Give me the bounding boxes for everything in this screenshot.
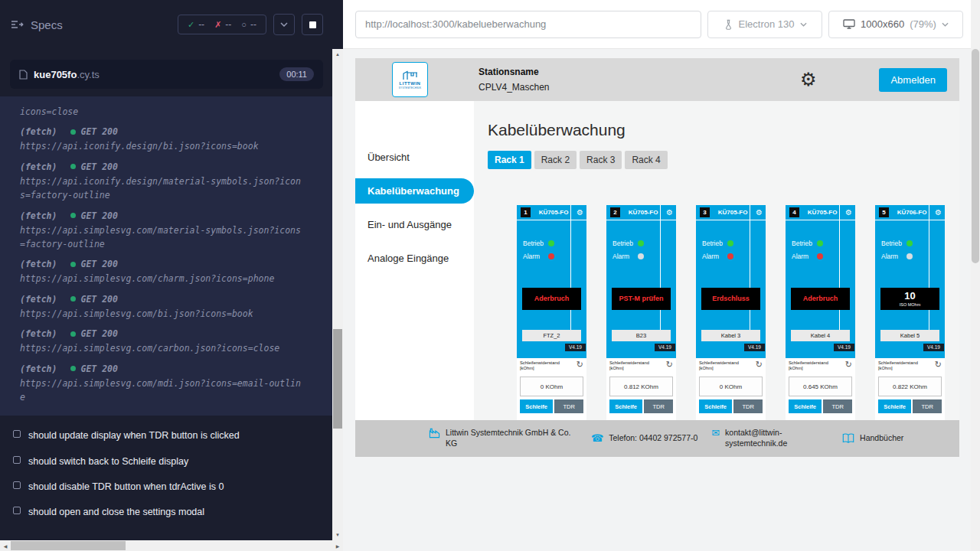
phone-icon: ☎ <box>591 433 603 443</box>
response-ok-dot <box>70 213 76 218</box>
log-entry[interactable]: icons=close <box>0 101 332 122</box>
device-settings-icon[interactable]: ⚙ <box>845 209 852 217</box>
device-number: 2 <box>610 207 620 217</box>
tdr-button[interactable]: TDR <box>823 399 852 413</box>
test-item[interactable]: should switch back to Schleife display <box>13 455 320 468</box>
page-scrollbar[interactable] <box>971 0 980 551</box>
tdr-button[interactable]: TDR <box>554 399 583 413</box>
log-entry[interactable]: (fetch)GET 200https://api.simplesvg.com/… <box>0 290 332 324</box>
logo-subtext: SYSTEMTECHNIK <box>399 86 421 90</box>
rack-tab[interactable]: Rack 4 <box>625 151 667 169</box>
status-text: PST-M prüfen <box>619 295 664 303</box>
device-settings-icon[interactable]: ⚙ <box>666 209 673 217</box>
tdr-button[interactable]: TDR <box>733 399 763 413</box>
footer-manuals[interactable]: Handbücher <box>842 433 903 444</box>
cable-name: Kabel 4 <box>791 330 850 341</box>
refresh-icon[interactable]: ↻ <box>845 360 852 369</box>
alarm-row: Alarm <box>702 249 766 262</box>
reporter-horizontal-scrollbar[interactable]: ◀ ▶ <box>0 540 343 551</box>
card-divider <box>929 205 929 330</box>
scroll-down-arrow[interactable]: ▼ <box>332 530 343 540</box>
run-stats: ✓-- ✗-- ○-- <box>178 15 266 34</box>
log-entry[interactable]: (fetch)GET 200https://api.simplesvg.com/… <box>0 324 332 359</box>
measurement-header: Schleifenwiderstand [kOhm] ↻ <box>878 360 942 370</box>
refresh-icon[interactable]: ↻ <box>935 360 942 369</box>
cypress-reporter-panel: Specs ✓-- ✗-- ○-- kue705fo.cy.ts 00:11 i… <box>0 0 343 551</box>
resistance-value: 0.822 KOhm <box>878 377 942 396</box>
tdr-button[interactable]: TDR <box>913 399 942 413</box>
device-settings-icon[interactable]: ⚙ <box>756 209 763 217</box>
card-header: 4 KÜ705-FO ⚙ <box>786 205 855 220</box>
refresh-icon[interactable]: ↻ <box>666 360 673 369</box>
page-scroll-thumb[interactable] <box>972 49 979 263</box>
sidebar-item[interactable]: Kabelüberwachung <box>355 178 474 204</box>
station-info: Stationsname CPLV4_Maschen <box>479 67 550 93</box>
test-item[interactable]: should disable TDR button when tdrActive… <box>13 481 320 493</box>
vertical-scroll-thumb[interactable] <box>333 329 342 429</box>
viewport-selector[interactable]: 1000x660 (79%) <box>828 11 963 38</box>
log-entry[interactable]: (fetch)GET 200https://api.iconify.design… <box>0 122 332 157</box>
schleife-button[interactable]: Schleife <box>789 399 822 413</box>
test-item[interactable]: should open and close the settings modal <box>13 506 320 518</box>
log-entry[interactable]: (fetch)GET 200https://api.simplesvg.com/… <box>0 255 332 289</box>
resistance-value: 0.812 KOhm <box>609 377 673 396</box>
sidebar-item[interactable]: Übersicht <box>355 140 474 174</box>
scroll-up-arrow[interactable]: ▲ <box>332 49 343 60</box>
alarm-label: Alarm <box>523 253 548 260</box>
spec-name: kue705fo <box>34 69 77 80</box>
email-address[interactable]: kontakt@littwin-systemtechnik.de <box>725 428 798 448</box>
rack-tab[interactable]: Rack 2 <box>534 151 577 169</box>
tdr-button[interactable]: TDR <box>644 399 673 413</box>
response-ok-dot <box>70 296 76 302</box>
scroll-left-arrow[interactable]: ◀ <box>0 540 11 551</box>
test-item[interactable]: should update display when TDR button is… <box>13 429 320 442</box>
schleife-button[interactable]: Schleife <box>609 399 642 413</box>
aut-region: http://localhost:3000/kabelueberwachung … <box>343 0 980 551</box>
refresh-icon[interactable]: ↻ <box>756 360 763 369</box>
specs-list-icon <box>11 20 24 29</box>
alarm-label: Alarm <box>702 253 727 260</box>
horizontal-scroll-thumb[interactable] <box>11 541 126 550</box>
measurement-header: Schleifenwiderstand [kOhm] ↻ <box>699 360 763 370</box>
betrieb-row: Betrieb <box>702 236 766 249</box>
station-label: Stationsname <box>479 67 550 77</box>
sidebar-item[interactable]: Ein- und Ausgänge <box>355 207 474 241</box>
device-settings-icon[interactable]: ⚙ <box>935 209 942 217</box>
cable-name: Kabel 3 <box>701 330 760 341</box>
refresh-icon[interactable]: ↻ <box>577 360 583 369</box>
resistance-label: Schleifenwiderstand [kOhm] <box>609 360 654 370</box>
reporter-vertical-scrollbar[interactable]: ▲ ▼ <box>332 49 343 540</box>
rack-tab[interactable]: Rack 1 <box>488 151 531 169</box>
schleife-button[interactable]: Schleife <box>878 399 911 413</box>
schleife-button[interactable]: Schleife <box>699 399 732 413</box>
spec-timer: 00:11 <box>279 67 314 81</box>
logout-button[interactable]: Abmelden <box>879 68 947 92</box>
log-entry[interactable]: (fetch)GET 200https://api.simplesvg.com/… <box>0 207 332 256</box>
betrieb-row: Betrieb <box>612 236 676 249</box>
collapse-button[interactable] <box>273 14 295 35</box>
device-number: 3 <box>700 207 710 217</box>
status-text: Aderbruch <box>534 295 570 303</box>
alarm-row: Alarm <box>612 249 676 262</box>
stop-run-button[interactable] <box>302 14 323 35</box>
specs-menu-button[interactable]: Specs <box>11 18 63 31</box>
cable-name: Kabel 5 <box>880 330 939 341</box>
card-header: 5 KÜ706-FO ⚙ <box>875 205 945 220</box>
resistance-value: 0.645 KOhm <box>789 377 852 396</box>
schleife-button[interactable]: Schleife <box>520 399 553 413</box>
device-settings-icon[interactable]: ⚙ <box>577 209 583 217</box>
chevron-down-icon <box>280 22 288 27</box>
resistance-label: Schleifenwiderstand [kOhm] <box>520 360 564 370</box>
sidebar-item[interactable]: Analoge Eingänge <box>355 241 474 275</box>
alarm-row: Alarm <box>881 249 945 262</box>
test-state-icon <box>13 456 21 464</box>
log-entry[interactable]: (fetch)GET 200https://api.iconify.design… <box>0 158 332 207</box>
url-input[interactable]: http://localhost:3000/kabelueberwachung <box>355 11 701 38</box>
rack-tab[interactable]: Rack 3 <box>580 151 622 169</box>
log-entry[interactable]: (fetch)GET 200https://api.simplesvg.com/… <box>0 360 332 409</box>
scroll-right-arrow[interactable]: ▶ <box>332 540 343 551</box>
settings-gear-icon[interactable]: ⚙ <box>800 70 817 89</box>
spec-file-row[interactable]: kue705fo.cy.ts 00:11 <box>10 60 323 89</box>
manuals-label: Handbücher <box>860 433 903 444</box>
browser-selector[interactable]: Electron 130 <box>707 11 822 38</box>
